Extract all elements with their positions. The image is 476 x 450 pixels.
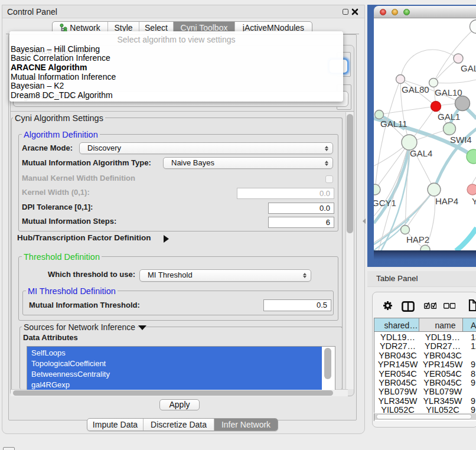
svg-text:SWI4: SWI4 — [450, 135, 472, 145]
svg-text:GAL7: GAL7 — [461, 63, 476, 73]
svg-text:HAP2: HAP2 — [406, 234, 429, 244]
svg-text:GAL80: GAL80 — [402, 84, 429, 94]
svg-text:GCY1: GCY1 — [374, 198, 396, 208]
svg-text:YM: YM — [472, 196, 476, 206]
svg-text:GAL1: GAL1 — [438, 112, 460, 122]
svg-text:GAL10: GAL10 — [435, 87, 462, 97]
svg-text:HAP4: HAP4 — [435, 196, 458, 206]
svg-text:GAL4: GAL4 — [410, 148, 432, 158]
svg-text:GAL11: GAL11 — [380, 119, 407, 129]
